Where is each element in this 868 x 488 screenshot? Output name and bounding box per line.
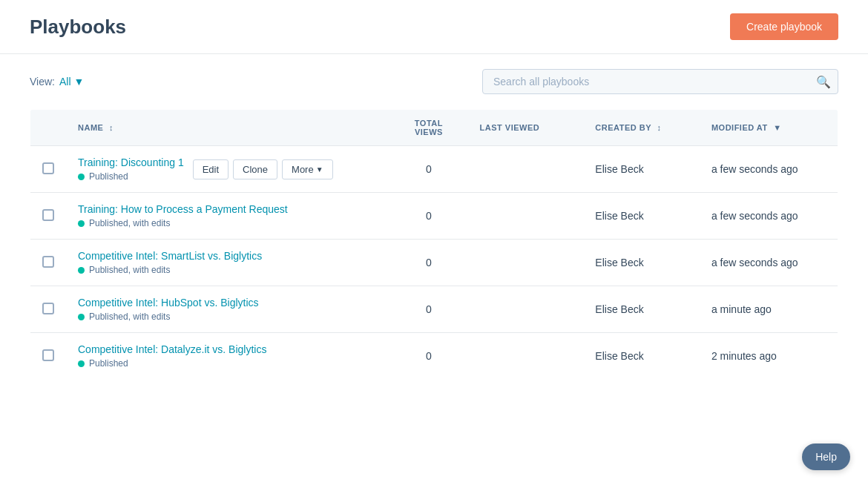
row-checkbox[interactable]	[42, 256, 54, 268]
page-title: Playbooks	[30, 16, 126, 39]
created-by-cell: Elise Beck	[583, 240, 700, 286]
page-header: Playbooks Create playbook	[0, 0, 868, 54]
views-cell: 0	[389, 240, 467, 286]
last-viewed-cell	[468, 333, 584, 380]
row-actions: Edit Clone More ▼	[193, 159, 333, 179]
status-dot	[78, 174, 85, 180]
name-sort-icon: ↕	[109, 123, 114, 132]
playbooks-table: NAME ↕ TOTAL VIEWS LAST VIEWED CREATED B…	[30, 109, 838, 380]
status-dot	[78, 220, 85, 227]
playbook-name-link[interactable]: Training: How to Process a Payment Reque…	[78, 203, 378, 215]
status-text: Published, with edits	[89, 265, 170, 275]
view-dropdown[interactable]: All ▼	[59, 76, 84, 88]
created-by-cell: Elise Beck	[583, 286, 700, 333]
search-icon: 🔍	[816, 75, 831, 89]
views-cell: 0	[389, 146, 467, 193]
col-header-modified-at[interactable]: MODIFIED AT ▼	[700, 110, 838, 146]
last-viewed-cell	[468, 146, 584, 193]
more-button[interactable]: More ▼	[282, 159, 333, 179]
create-playbook-button[interactable]: Create playbook	[730, 13, 838, 40]
created-by-cell: Elise Beck	[583, 146, 700, 193]
table-row: Training: Discounting 1 Published Edit C…	[30, 146, 838, 193]
more-chevron-icon: ▼	[316, 165, 323, 174]
row-checkbox[interactable]	[42, 349, 54, 361]
search-input[interactable]	[482, 69, 838, 94]
table-row: Training: How to Process a Payment Reque…	[30, 193, 838, 240]
last-viewed-cell	[468, 240, 584, 286]
status-text: Published, with edits	[89, 218, 170, 228]
toolbar: View: All ▼ 🔍	[0, 54, 868, 109]
playbook-name-link[interactable]: Competitive Intel: SmartList vs. Biglyti…	[78, 250, 378, 262]
table-header-row: NAME ↕ TOTAL VIEWS LAST VIEWED CREATED B…	[30, 110, 838, 146]
col-header-created-by[interactable]: CREATED BY ↕	[583, 110, 700, 146]
table-row: Competitive Intel: HubSpot vs. Biglytics…	[30, 286, 838, 333]
playbook-name-link[interactable]: Training: Discounting 1	[78, 156, 184, 168]
last-viewed-cell	[468, 286, 584, 333]
status-text: Published	[89, 171, 128, 182]
status-text: Published	[89, 358, 128, 369]
col-header-name[interactable]: NAME ↕	[66, 110, 389, 146]
playbooks-table-container: NAME ↕ TOTAL VIEWS LAST VIEWED CREATED B…	[0, 109, 868, 380]
status-text: Published, with edits	[89, 311, 170, 322]
row-checkbox[interactable]	[42, 303, 54, 314]
modified-at-cell: a few seconds ago	[700, 146, 838, 193]
created-by-cell: Elise Beck	[583, 193, 700, 240]
created-by-sort-icon: ↕	[657, 123, 661, 132]
table-row: Competitive Intel: SmartList vs. Biglyti…	[30, 240, 838, 286]
modified-at-sort-icon: ▼	[773, 123, 781, 132]
view-label: View:	[30, 76, 55, 88]
playbook-name-link[interactable]: Competitive Intel: Datalyze.it vs. Bigly…	[78, 343, 378, 355]
chevron-down-icon: ▼	[74, 76, 85, 88]
views-cell: 0	[389, 333, 467, 380]
modified-at-cell: a minute ago	[700, 286, 838, 333]
search-container: 🔍	[482, 69, 838, 94]
view-filter: View: All ▼	[30, 76, 84, 88]
playbook-name-link[interactable]: Competitive Intel: HubSpot vs. Biglytics	[78, 297, 378, 309]
row-checkbox[interactable]	[42, 209, 54, 221]
row-checkbox[interactable]	[42, 162, 54, 174]
header-checkbox-cell	[30, 110, 67, 146]
modified-at-cell: 2 minutes ago	[700, 333, 838, 380]
created-by-cell: Elise Beck	[583, 333, 700, 380]
col-header-views: TOTAL VIEWS	[389, 110, 467, 146]
last-viewed-cell	[468, 193, 584, 240]
modified-at-cell: a few seconds ago	[700, 240, 838, 286]
views-cell: 0	[389, 193, 467, 240]
views-cell: 0	[389, 286, 467, 333]
status-dot	[78, 314, 85, 320]
clone-button[interactable]: Clone	[233, 159, 277, 179]
status-dot	[78, 360, 85, 367]
edit-button[interactable]: Edit	[193, 159, 228, 179]
modified-at-cell: a few seconds ago	[700, 193, 838, 240]
view-selected: All	[59, 76, 71, 88]
col-header-last-viewed: LAST VIEWED	[468, 110, 584, 146]
status-dot	[78, 267, 85, 274]
table-row: Competitive Intel: Datalyze.it vs. Bigly…	[30, 333, 838, 380]
